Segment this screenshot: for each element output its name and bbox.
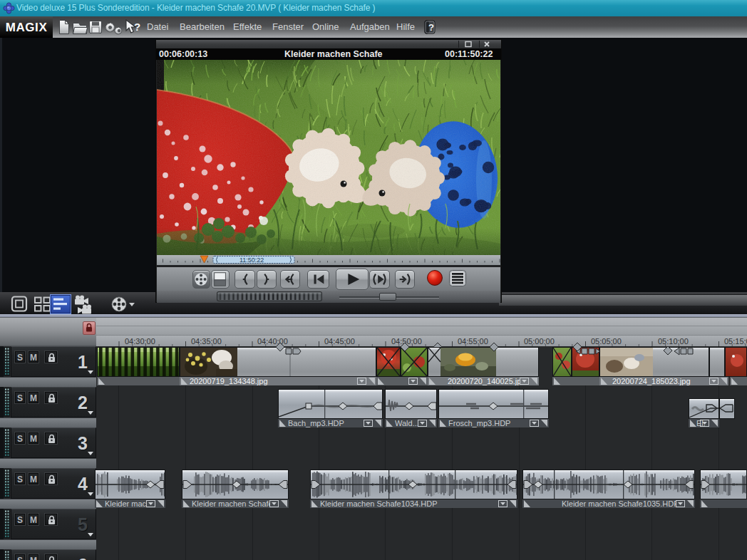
svg-text:?: ? <box>134 21 140 33</box>
svg-text:11:50:22: 11:50:22 <box>239 256 264 264</box>
svg-text:?: ? <box>428 22 434 33</box>
